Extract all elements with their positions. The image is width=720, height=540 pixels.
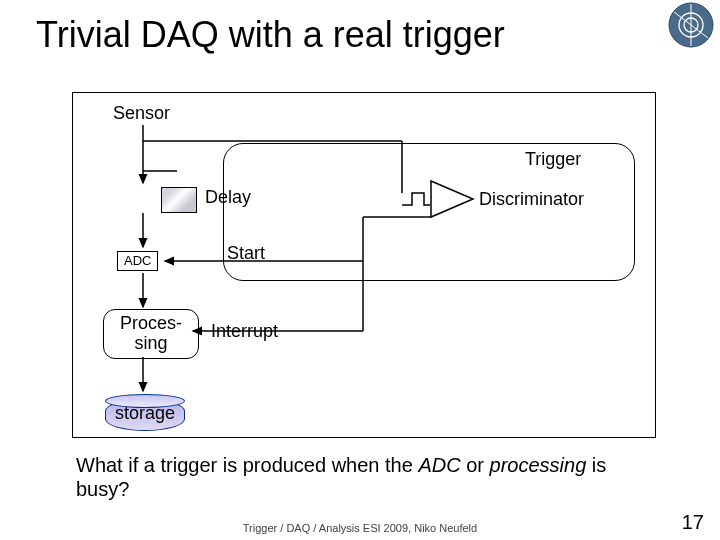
question-p3: or <box>461 454 490 476</box>
cern-logo-icon <box>668 2 714 48</box>
question-adc: ADC <box>418 454 460 476</box>
question-processing: processing <box>490 454 587 476</box>
footer-text: Trigger / DAQ / Analysis ESI 2009, Niko … <box>0 522 720 534</box>
question-text: What if a trigger is produced when the A… <box>76 454 664 501</box>
page-number: 17 <box>682 511 704 534</box>
slide: Trivial DAQ with a real trigger Sensor T… <box>0 0 720 540</box>
diagram-frame: Sensor Trigger Delay Discriminator ADC S… <box>72 92 656 438</box>
slide-title: Trivial DAQ with a real trigger <box>36 14 505 56</box>
diagram-wires <box>73 93 655 437</box>
question-p1: What if a trigger is produced when the <box>76 454 418 476</box>
